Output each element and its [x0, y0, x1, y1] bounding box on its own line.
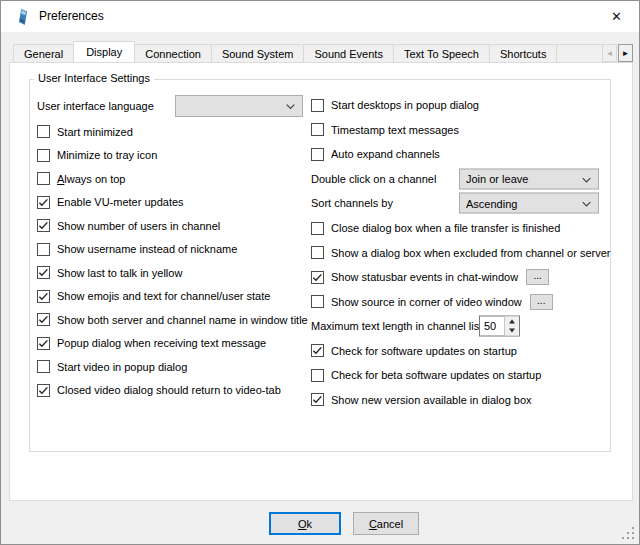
tab-shortcuts[interactable]: Shortcuts [489, 44, 557, 62]
checkbox-label: Show number of users in channel [57, 220, 220, 232]
tab-display[interactable]: Display [73, 41, 135, 62]
statusbar-events-more-button[interactable]: ... [526, 269, 549, 285]
arrow-left-icon: ◄ [606, 49, 614, 58]
checkbox-indicator[interactable] [311, 148, 324, 161]
checkbox-indicator[interactable] [311, 246, 324, 259]
checkbox-indicator[interactable] [37, 337, 50, 350]
checkbox-indicator[interactable] [311, 271, 324, 284]
checkbox-label: Show new version available in dialog box [331, 394, 532, 406]
tab-sound-system[interactable]: Sound System [211, 44, 305, 62]
checkbox-indicator[interactable] [37, 360, 50, 373]
checkbox-indicator[interactable] [311, 369, 324, 382]
chevron-down-icon [582, 177, 591, 183]
checkbox-indicator[interactable] [37, 149, 50, 162]
teamtalk-app-icon [14, 8, 32, 26]
group-title: User Interface Settings [34, 72, 154, 85]
checkmark-icon [38, 220, 49, 231]
ui-language-label: User interface language [37, 95, 154, 117]
checkbox-label: Check for beta software updates on start… [331, 369, 541, 381]
checkbox-indicator[interactable] [311, 295, 324, 308]
tab-scroll-buttons: ◄ ► [602, 44, 634, 62]
checkbox-check-beta-updates[interactable]: Check for beta software updates on start… [311, 363, 611, 388]
tab-text-to-speech[interactable]: Text To Speech [393, 44, 490, 62]
checkbox-video-popup[interactable]: Start video in popup dialog [37, 355, 311, 379]
checkbox-indicator[interactable] [37, 125, 50, 138]
spin-up-button[interactable] [505, 317, 519, 327]
checkbox-indicator[interactable] [37, 384, 50, 397]
checkbox-statusbar-events[interactable]: Show statusbar events in chat-window ... [311, 265, 611, 290]
checkbox-always-on-top[interactable]: Always on top [37, 167, 311, 191]
tab-scroll-left-button[interactable]: ◄ [602, 44, 617, 62]
right-settings-column: Start desktops in popup dialog Timestamp… [311, 93, 611, 412]
checkbox-close-file-transfer[interactable]: Close dialog box when a file transfer is… [311, 216, 611, 241]
checkbox-label: Show statusbar events in chat-window [331, 271, 518, 283]
checkbox-show-user-count[interactable]: Show number of users in channel [37, 214, 311, 238]
resize-grip[interactable] [622, 527, 634, 539]
checkmark-icon [312, 394, 323, 405]
checkbox-indicator[interactable] [37, 172, 50, 185]
checkbox-popup-text-message[interactable]: Popup dialog when receiving text message [37, 332, 311, 356]
checkbox-show-username[interactable]: Show username instead of nickname [37, 238, 311, 262]
checkbox-auto-expand-channels[interactable]: Auto expand channels [311, 142, 611, 167]
checkbox-emojis-text-state[interactable]: Show emojis and text for channel/user st… [37, 285, 311, 309]
spin-down-button[interactable] [505, 326, 519, 336]
checkbox-indicator[interactable] [311, 222, 324, 235]
select-ui-language[interactable] [175, 95, 303, 117]
checkbox-excluded-dialog[interactable]: Show a dialog box when excluded from cha… [311, 240, 611, 265]
max-text-length-label: Maximum text length in channel list [311, 320, 482, 332]
checkbox-indicator[interactable] [37, 219, 50, 232]
checkbox-timestamp-messages[interactable]: Timestamp text messages [311, 118, 611, 143]
select-sort-channels[interactable]: Ascending [459, 193, 599, 214]
checkbox-label: Show username instead of nickname [57, 243, 237, 255]
spin-down-icon [509, 329, 515, 333]
checkbox-indicator[interactable] [311, 344, 324, 357]
checkbox-indicator[interactable] [311, 393, 324, 406]
checkbox-start-minimized[interactable]: Start minimized [37, 120, 311, 144]
checkbox-indicator[interactable] [311, 123, 324, 136]
checkbox-new-version-dialog[interactable]: Show new version available in dialog box [311, 388, 611, 413]
checkbox-last-talk-yellow[interactable]: Show last to talk in yellow [37, 261, 311, 285]
checkmark-icon [38, 267, 49, 278]
checkbox-label: Start desktops in popup dialog [331, 99, 479, 111]
checkmark-icon [38, 314, 49, 325]
max-text-length-spinner[interactable]: 50 [479, 316, 520, 337]
checkbox-check-updates[interactable]: Check for software updates on startup [311, 338, 611, 363]
checkbox-minimize-to-tray[interactable]: Minimize to tray icon [37, 144, 311, 168]
checkbox-vu-meter-updates[interactable]: Enable VU-meter updates [37, 191, 311, 215]
close-button[interactable]: ✕ [594, 1, 639, 31]
checkbox-label: Popup dialog when receiving text message [57, 337, 266, 349]
select-double-click-action[interactable]: Join or leave [459, 168, 599, 189]
tab-connection[interactable]: Connection [134, 44, 212, 62]
checkmark-icon [312, 272, 323, 283]
checkbox-label: Minimize to tray icon [57, 149, 157, 161]
checkbox-server-channel-title[interactable]: Show both server and channel name in win… [37, 308, 311, 332]
checkbox-label: Auto expand channels [331, 148, 440, 160]
checkbox-label: Always on top [57, 173, 126, 185]
ok-button[interactable]: Ok [269, 512, 341, 535]
cancel-button[interactable]: Cancel [353, 512, 419, 535]
close-icon: ✕ [611, 9, 622, 24]
checkmark-icon [38, 385, 49, 396]
max-text-length-row: Maximum text length in channel list 50 [311, 314, 611, 339]
video-source-more-button[interactable]: ... [530, 294, 553, 310]
checkbox-video-source-corner[interactable]: Show source in corner of video window ..… [311, 289, 611, 314]
checkbox-label: Start minimized [57, 126, 133, 138]
preferences-dialog: Preferences ✕ General Display Connection… [0, 0, 640, 545]
checkmark-icon [38, 197, 49, 208]
checkbox-indicator[interactable] [37, 313, 50, 326]
checkbox-indicator[interactable] [37, 290, 50, 303]
tab-scroll-right-button[interactable]: ► [618, 44, 633, 62]
tab-general[interactable]: General [13, 44, 74, 62]
checkbox-indicator[interactable] [311, 99, 324, 112]
checkbox-desktops-popup[interactable]: Start desktops in popup dialog [311, 93, 611, 118]
tab-bar: General Display Connection Sound System … [13, 41, 602, 62]
checkbox-indicator[interactable] [37, 243, 50, 256]
checkbox-label: Show both server and channel name in win… [57, 314, 308, 326]
left-settings-column: Start minimized Minimize to tray icon Al… [37, 120, 311, 402]
tab-video[interactable]: Video [556, 44, 602, 62]
tab-sound-events[interactable]: Sound Events [303, 44, 394, 62]
checkbox-indicator[interactable] [37, 266, 50, 279]
checkbox-label: Show emojis and text for channel/user st… [57, 290, 270, 302]
checkbox-video-return-tab[interactable]: Closed video dialog should return to vid… [37, 379, 311, 403]
checkbox-indicator[interactable] [37, 196, 50, 209]
